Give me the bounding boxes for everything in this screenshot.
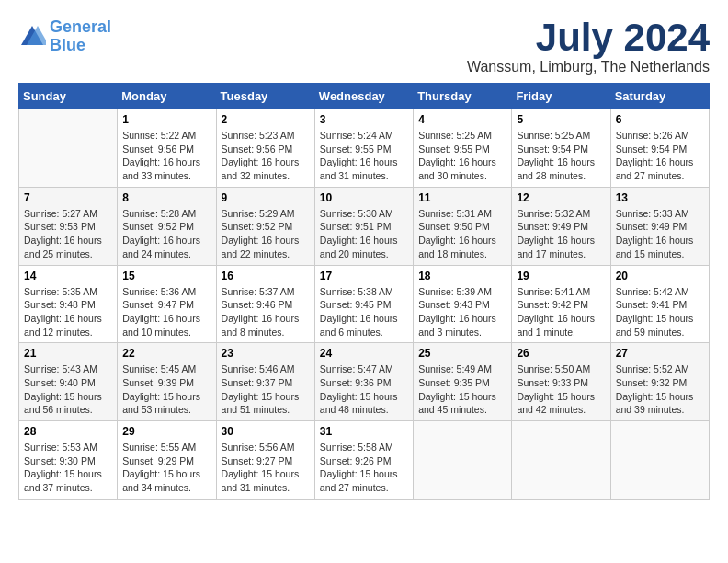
logo-text: General Blue [50,18,111,55]
day-number: 4 [418,113,506,126]
day-info: Sunrise: 5:42 AM Sunset: 9:41 PM Dayligh… [616,285,704,339]
calendar-cell: 29Sunrise: 5:55 AM Sunset: 9:29 PM Dayli… [118,421,216,500]
logo-line1: General [50,17,111,36]
day-info: Sunrise: 5:45 AM Sunset: 9:39 PM Dayligh… [122,362,210,417]
calendar-cell: 6Sunrise: 5:26 AM Sunset: 9:54 PM Daylig… [610,109,709,188]
day-info: Sunrise: 5:58 AM Sunset: 9:26 PM Dayligh… [320,441,408,495]
day-info: Sunrise: 5:46 AM Sunset: 9:37 PM Dayligh… [222,362,310,417]
day-number: 17 [320,270,408,282]
weekday-header: Wednesday [314,84,413,109]
logo-line2: Blue [50,36,85,54]
day-info: Sunrise: 5:23 AM Sunset: 9:56 PM Dayligh… [222,129,310,183]
day-number: 20 [616,270,704,282]
calendar-cell: 17Sunrise: 5:38 AM Sunset: 9:45 PM Dayli… [314,265,413,343]
calendar-cell: 1Sunrise: 5:22 AM Sunset: 9:56 PM Daylig… [118,109,216,188]
day-info: Sunrise: 5:50 AM Sunset: 9:33 PM Dayligh… [517,362,605,417]
day-info: Sunrise: 5:49 AM Sunset: 9:35 PM Dayligh… [418,362,506,417]
day-number: 15 [122,270,210,282]
day-number: 12 [517,191,605,204]
calendar-cell [414,421,512,500]
calendar-week-row: 21Sunrise: 5:43 AM Sunset: 9:40 PM Dayli… [19,343,710,421]
calendar-cell: 9Sunrise: 5:29 AM Sunset: 9:52 PM Daylig… [216,187,314,265]
month-year: July 2024 [467,18,710,57]
day-number: 27 [616,347,704,360]
day-info: Sunrise: 5:56 AM Sunset: 9:27 PM Dayligh… [222,441,310,495]
day-info: Sunrise: 5:26 AM Sunset: 9:54 PM Dayligh… [616,129,704,183]
calendar-cell: 7Sunrise: 5:27 AM Sunset: 9:53 PM Daylig… [19,187,118,265]
calendar-cell: 12Sunrise: 5:32 AM Sunset: 9:49 PM Dayli… [512,187,610,265]
day-number: 21 [24,347,112,360]
weekday-header: Thursday [414,84,512,109]
weekday-header: Saturday [610,84,709,109]
day-info: Sunrise: 5:43 AM Sunset: 9:40 PM Dayligh… [24,362,112,417]
day-info: Sunrise: 5:32 AM Sunset: 9:49 PM Dayligh… [517,207,605,261]
day-number: 3 [320,113,408,126]
day-info: Sunrise: 5:31 AM Sunset: 9:50 PM Dayligh… [418,207,506,261]
calendar-cell: 27Sunrise: 5:52 AM Sunset: 9:32 PM Dayli… [610,343,709,421]
day-number: 10 [320,191,408,204]
day-info: Sunrise: 5:24 AM Sunset: 9:55 PM Dayligh… [320,129,408,183]
calendar-cell [610,421,709,500]
title-block: July 2024 Wanssum, Limburg, The Netherla… [467,18,710,75]
calendar-cell: 10Sunrise: 5:30 AM Sunset: 9:51 PM Dayli… [314,187,413,265]
day-number: 1 [122,113,210,126]
calendar-week-row: 7Sunrise: 5:27 AM Sunset: 9:53 PM Daylig… [19,187,710,265]
calendar-table: SundayMondayTuesdayWednesdayThursdayFrid… [18,83,710,500]
day-number: 26 [517,347,605,360]
weekday-header: Tuesday [216,84,314,109]
day-number: 23 [222,347,310,360]
day-info: Sunrise: 5:30 AM Sunset: 9:51 PM Dayligh… [320,207,408,261]
calendar-cell [512,421,610,500]
calendar-cell: 28Sunrise: 5:53 AM Sunset: 9:30 PM Dayli… [19,421,118,500]
day-info: Sunrise: 5:41 AM Sunset: 9:42 PM Dayligh… [517,285,605,339]
calendar-cell: 18Sunrise: 5:39 AM Sunset: 9:43 PM Dayli… [414,265,512,343]
day-info: Sunrise: 5:22 AM Sunset: 9:56 PM Dayligh… [122,129,210,183]
day-number: 28 [24,425,112,438]
calendar-cell: 15Sunrise: 5:36 AM Sunset: 9:47 PM Dayli… [118,265,216,343]
calendar-cell: 14Sunrise: 5:35 AM Sunset: 9:48 PM Dayli… [19,265,118,343]
day-info: Sunrise: 5:39 AM Sunset: 9:43 PM Dayligh… [418,285,506,339]
logo-icon [18,23,46,51]
calendar-cell: 20Sunrise: 5:42 AM Sunset: 9:41 PM Dayli… [610,265,709,343]
day-info: Sunrise: 5:52 AM Sunset: 9:32 PM Dayligh… [616,362,704,417]
day-info: Sunrise: 5:55 AM Sunset: 9:29 PM Dayligh… [122,441,210,495]
weekday-header: Monday [118,84,216,109]
calendar-cell: 25Sunrise: 5:49 AM Sunset: 9:35 PM Dayli… [414,343,512,421]
day-number: 18 [418,270,506,282]
calendar-cell: 8Sunrise: 5:28 AM Sunset: 9:52 PM Daylig… [118,187,216,265]
calendar-week-row: 28Sunrise: 5:53 AM Sunset: 9:30 PM Dayli… [19,421,710,500]
day-number: 11 [418,191,506,204]
day-number: 16 [222,270,310,282]
location: Wanssum, Limburg, The Netherlands [467,59,710,75]
day-info: Sunrise: 5:25 AM Sunset: 9:54 PM Dayligh… [517,129,605,183]
calendar-cell: 13Sunrise: 5:33 AM Sunset: 9:49 PM Dayli… [610,187,709,265]
day-number: 8 [122,191,210,204]
day-number: 30 [222,425,310,438]
day-info: Sunrise: 5:28 AM Sunset: 9:52 PM Dayligh… [122,207,210,261]
day-info: Sunrise: 5:38 AM Sunset: 9:45 PM Dayligh… [320,285,408,339]
day-number: 14 [24,270,112,282]
day-number: 24 [320,347,408,360]
weekday-header: Friday [512,84,610,109]
day-number: 6 [616,113,704,126]
day-number: 13 [616,191,704,204]
calendar-cell: 19Sunrise: 5:41 AM Sunset: 9:42 PM Dayli… [512,265,610,343]
day-number: 7 [24,191,112,204]
calendar-cell: 31Sunrise: 5:58 AM Sunset: 9:26 PM Dayli… [314,421,413,500]
day-number: 9 [222,191,310,204]
day-number: 2 [222,113,310,126]
weekday-header: Sunday [19,84,118,109]
day-info: Sunrise: 5:35 AM Sunset: 9:48 PM Dayligh… [24,285,112,339]
day-info: Sunrise: 5:36 AM Sunset: 9:47 PM Dayligh… [122,285,210,339]
page-header: General Blue July 2024 Wanssum, Limburg,… [18,18,710,75]
calendar-week-row: 1Sunrise: 5:22 AM Sunset: 9:56 PM Daylig… [19,109,710,188]
calendar-week-row: 14Sunrise: 5:35 AM Sunset: 9:48 PM Dayli… [19,265,710,343]
weekday-header-row: SundayMondayTuesdayWednesdayThursdayFrid… [19,84,710,109]
calendar-cell: 16Sunrise: 5:37 AM Sunset: 9:46 PM Dayli… [216,265,314,343]
calendar-cell: 22Sunrise: 5:45 AM Sunset: 9:39 PM Dayli… [118,343,216,421]
calendar-cell: 23Sunrise: 5:46 AM Sunset: 9:37 PM Dayli… [216,343,314,421]
calendar-cell: 24Sunrise: 5:47 AM Sunset: 9:36 PM Dayli… [314,343,413,421]
calendar-cell: 3Sunrise: 5:24 AM Sunset: 9:55 PM Daylig… [314,109,413,188]
day-info: Sunrise: 5:47 AM Sunset: 9:36 PM Dayligh… [320,362,408,417]
day-number: 19 [517,270,605,282]
